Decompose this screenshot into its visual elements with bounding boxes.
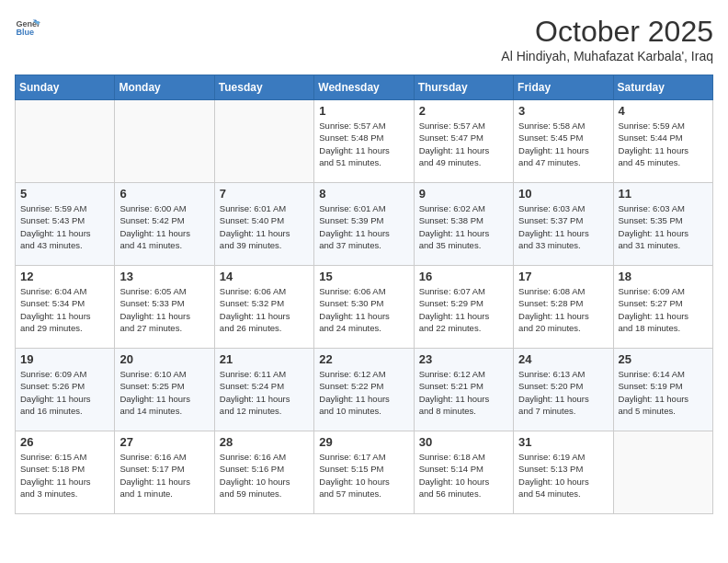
calendar-cell: 14Sunrise: 6:06 AM Sunset: 5:32 PM Dayli… [214,266,313,349]
day-number: 14 [220,270,309,283]
calendar-cell: 16Sunrise: 6:07 AM Sunset: 5:29 PM Dayli… [414,266,513,349]
calendar-cell: 4Sunrise: 5:59 AM Sunset: 5:44 PM Daylig… [613,100,712,183]
calendar-header-row: SundayMondayTuesdayWednesdayThursdayFrid… [16,75,713,100]
day-info: Sunrise: 6:02 AM Sunset: 5:38 PM Dayligh… [419,202,508,251]
day-number: 19 [20,352,109,366]
calendar-cell: 5Sunrise: 5:59 AM Sunset: 5:43 PM Daylig… [16,183,115,266]
day-info: Sunrise: 6:17 AM Sunset: 5:15 PM Dayligh… [319,451,408,500]
day-number: 29 [319,435,408,449]
calendar-cell: 10Sunrise: 6:03 AM Sunset: 5:37 PM Dayli… [514,183,613,266]
day-info: Sunrise: 6:14 AM Sunset: 5:19 PM Dayligh… [619,368,708,417]
svg-text:Blue: Blue [16,28,34,37]
calendar-cell: 17Sunrise: 6:08 AM Sunset: 5:28 PM Dayli… [514,266,613,349]
day-info: Sunrise: 6:03 AM Sunset: 5:37 PM Dayligh… [518,202,608,251]
day-number: 27 [119,435,209,449]
calendar-cell: 19Sunrise: 6:09 AM Sunset: 5:26 PM Dayli… [16,349,115,431]
day-number: 10 [518,187,608,201]
calendar-header-thursday: Thursday [414,75,513,100]
day-number: 4 [619,104,708,118]
day-info: Sunrise: 6:19 AM Sunset: 5:13 PM Dayligh… [518,451,608,500]
day-info: Sunrise: 6:01 AM Sunset: 5:40 PM Dayligh… [220,202,309,251]
calendar-cell: 25Sunrise: 6:14 AM Sunset: 5:19 PM Dayli… [613,349,712,431]
logo-icon: General Blue [15,15,40,40]
title-block: October 2025 Al Hindiyah, Muhafazat Karb… [501,15,713,63]
calendar-cell: 13Sunrise: 6:05 AM Sunset: 5:33 PM Dayli… [115,266,214,349]
day-info: Sunrise: 6:10 AM Sunset: 5:25 PM Dayligh… [119,368,209,417]
page-header: General Blue October 2025 Al Hindiyah, M… [15,15,713,63]
day-info: Sunrise: 6:07 AM Sunset: 5:29 PM Dayligh… [419,285,508,334]
calendar-week-row: 12Sunrise: 6:04 AM Sunset: 5:34 PM Dayli… [16,266,713,349]
calendar-cell: 30Sunrise: 6:18 AM Sunset: 5:14 PM Dayli… [414,431,513,514]
day-info: Sunrise: 6:04 AM Sunset: 5:34 PM Dayligh… [20,285,109,334]
day-number: 12 [20,270,109,283]
day-info: Sunrise: 6:06 AM Sunset: 5:30 PM Dayligh… [319,285,408,334]
day-info: Sunrise: 5:57 AM Sunset: 5:47 PM Dayligh… [419,120,508,168]
day-info: Sunrise: 6:05 AM Sunset: 5:33 PM Dayligh… [119,285,209,334]
day-number: 1 [319,104,408,118]
calendar-cell: 26Sunrise: 6:15 AM Sunset: 5:18 PM Dayli… [16,431,115,514]
calendar-cell: 3Sunrise: 5:58 AM Sunset: 5:45 PM Daylig… [514,100,613,183]
calendar-week-row: 19Sunrise: 6:09 AM Sunset: 5:26 PM Dayli… [16,349,713,431]
day-number: 20 [119,352,209,366]
day-info: Sunrise: 6:01 AM Sunset: 5:39 PM Dayligh… [319,202,408,251]
day-number: 11 [619,187,708,201]
calendar-cell: 2Sunrise: 5:57 AM Sunset: 5:47 PM Daylig… [414,100,513,183]
calendar-cell [613,431,712,514]
day-number: 8 [319,187,408,201]
day-info: Sunrise: 6:09 AM Sunset: 5:27 PM Dayligh… [619,285,708,334]
day-number: 15 [319,270,408,283]
calendar-header-saturday: Saturday [613,75,712,100]
location-subtitle: Al Hindiyah, Muhafazat Karbala', Iraq [501,49,713,63]
day-info: Sunrise: 6:16 AM Sunset: 5:17 PM Dayligh… [119,451,209,500]
calendar-cell: 8Sunrise: 6:01 AM Sunset: 5:39 PM Daylig… [314,183,414,266]
day-number: 26 [20,435,109,449]
day-number: 7 [220,187,309,201]
day-number: 13 [119,270,209,283]
day-number: 30 [419,435,508,449]
calendar-cell: 29Sunrise: 6:17 AM Sunset: 5:15 PM Dayli… [314,431,414,514]
day-number: 3 [518,104,608,118]
calendar-cell [214,100,313,183]
month-title: October 2025 [501,15,713,49]
calendar-cell: 28Sunrise: 6:16 AM Sunset: 5:16 PM Dayli… [214,431,313,514]
calendar-header-wednesday: Wednesday [314,75,414,100]
day-number: 22 [319,352,408,366]
calendar-cell: 24Sunrise: 6:13 AM Sunset: 5:20 PM Dayli… [514,349,613,431]
logo: General Blue [15,15,40,40]
day-info: Sunrise: 6:09 AM Sunset: 5:26 PM Dayligh… [20,368,109,417]
calendar-header-friday: Friday [514,75,613,100]
day-number: 23 [419,352,508,366]
day-info: Sunrise: 6:11 AM Sunset: 5:24 PM Dayligh… [220,368,309,417]
day-number: 16 [419,270,508,283]
day-info: Sunrise: 6:03 AM Sunset: 5:35 PM Dayligh… [619,202,708,251]
calendar-cell: 22Sunrise: 6:12 AM Sunset: 5:22 PM Dayli… [314,349,414,431]
calendar-cell: 7Sunrise: 6:01 AM Sunset: 5:40 PM Daylig… [214,183,313,266]
day-number: 18 [619,270,708,283]
calendar-cell [16,100,115,183]
day-number: 6 [119,187,209,201]
calendar-week-row: 5Sunrise: 5:59 AM Sunset: 5:43 PM Daylig… [16,183,713,266]
day-number: 17 [518,270,608,283]
day-info: Sunrise: 6:13 AM Sunset: 5:20 PM Dayligh… [518,368,608,417]
day-info: Sunrise: 6:12 AM Sunset: 5:22 PM Dayligh… [319,368,408,417]
calendar-cell: 18Sunrise: 6:09 AM Sunset: 5:27 PM Dayli… [613,266,712,349]
day-info: Sunrise: 5:59 AM Sunset: 5:44 PM Dayligh… [619,120,708,168]
day-info: Sunrise: 6:16 AM Sunset: 5:16 PM Dayligh… [220,451,309,500]
day-number: 2 [419,104,508,118]
calendar-cell: 31Sunrise: 6:19 AM Sunset: 5:13 PM Dayli… [514,431,613,514]
calendar-cell: 23Sunrise: 6:12 AM Sunset: 5:21 PM Dayli… [414,349,513,431]
calendar-cell [115,100,214,183]
calendar-week-row: 26Sunrise: 6:15 AM Sunset: 5:18 PM Dayli… [16,431,713,514]
day-info: Sunrise: 6:08 AM Sunset: 5:28 PM Dayligh… [518,285,608,334]
day-info: Sunrise: 5:57 AM Sunset: 5:48 PM Dayligh… [319,120,408,168]
calendar-cell: 20Sunrise: 6:10 AM Sunset: 5:25 PM Dayli… [115,349,214,431]
day-info: Sunrise: 6:06 AM Sunset: 5:32 PM Dayligh… [220,285,309,334]
calendar-cell: 21Sunrise: 6:11 AM Sunset: 5:24 PM Dayli… [214,349,313,431]
day-number: 28 [220,435,309,449]
day-number: 21 [220,352,309,366]
day-number: 31 [518,435,608,449]
calendar-cell: 6Sunrise: 6:00 AM Sunset: 5:42 PM Daylig… [115,183,214,266]
calendar-table: SundayMondayTuesdayWednesdayThursdayFrid… [15,75,713,514]
day-info: Sunrise: 6:18 AM Sunset: 5:14 PM Dayligh… [419,451,508,500]
calendar-week-row: 1Sunrise: 5:57 AM Sunset: 5:48 PM Daylig… [16,100,713,183]
